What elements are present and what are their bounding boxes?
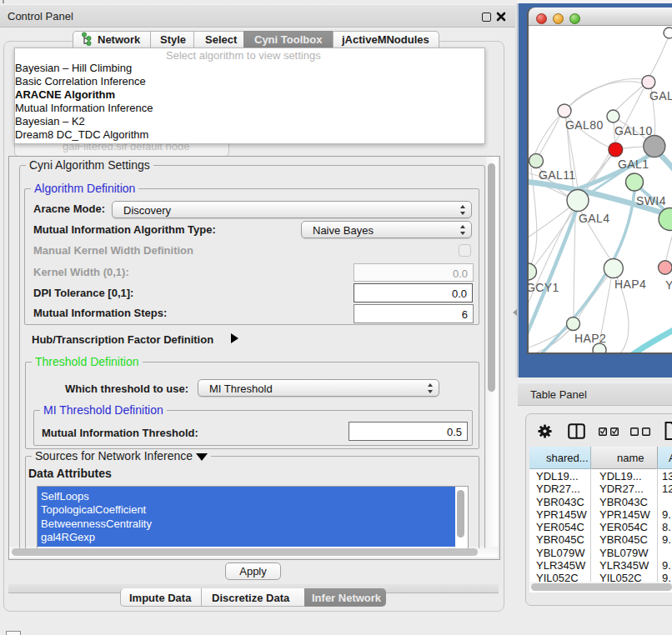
svg-text:HAP2: HAP2 (574, 332, 606, 345)
svg-text:GAL11: GAL11 (539, 168, 576, 182)
svg-text:GAL7: GAL7 (649, 89, 672, 102)
svg-text:HAP4: HAP4 (614, 278, 646, 291)
svg-text:GCY1: GCY1 (529, 281, 559, 294)
svg-text:GAL10: GAL10 (614, 124, 653, 138)
svg-text:GAL80: GAL80 (565, 118, 604, 132)
svg-text:GAL4: GAL4 (579, 212, 609, 225)
svg-text:Y: Y (665, 278, 672, 292)
svg-text:GAL1: GAL1 (618, 158, 649, 171)
svg-text:SWI4: SWI4 (636, 194, 666, 208)
